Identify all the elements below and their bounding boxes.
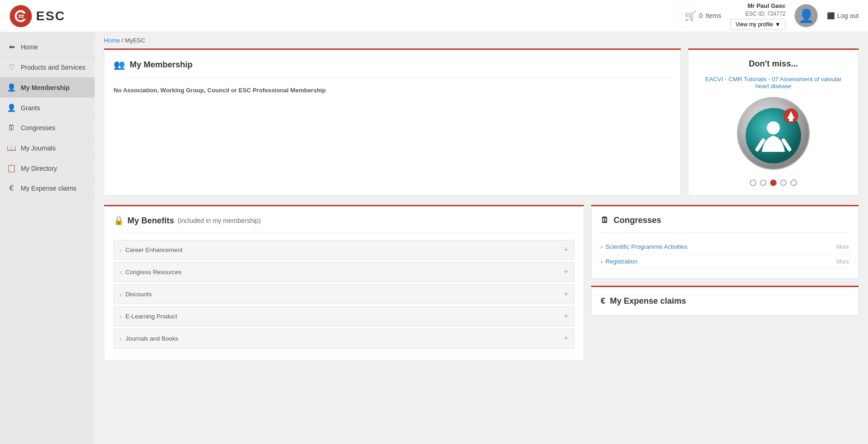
congress-chevron-icon: ›	[601, 243, 603, 250]
sidebar-item-grants[interactable]: 👤 Grants	[0, 98, 95, 118]
grants-icon: 👤	[7, 103, 16, 112]
benefits-title: 🔒 My Benefits (included in my membership…	[114, 216, 574, 233]
carousel-dots	[698, 180, 849, 186]
congress-scientific-more: More	[837, 244, 849, 250]
benefit-congress-plus: +	[563, 267, 568, 277]
sidebar-item-directory[interactable]: 📋 My Directory	[0, 158, 95, 179]
dont-miss-title: Don't miss...	[698, 59, 849, 69]
benefit-discounts-plus: +	[563, 289, 568, 299]
benefits-lock-icon: 🔒	[114, 216, 124, 226]
benefit-journals-label: Journals and Books	[126, 335, 178, 342]
user-info: Mr Paul Gasc ESC ID: 724772 View my prof…	[730, 2, 785, 30]
cart-icon: 🛒	[685, 10, 696, 21]
chevron-right-icon: ›	[120, 246, 122, 254]
products-icon: ♡	[7, 63, 16, 72]
membership-title-icon: 👥	[114, 59, 125, 70]
sidebar-item-congresses-label: Congresses	[21, 124, 55, 132]
breadcrumb: Home / MyESC	[95, 32, 868, 48]
expense-icon: €	[7, 184, 16, 192]
view-profile-label: View my profile	[735, 21, 773, 28]
benefit-career-label: Career Enhancement	[126, 246, 183, 253]
congresses-card: 🗓 Congresses › Scientific Programme Acti…	[591, 205, 859, 279]
logo-area: ESC	[9, 5, 66, 28]
sidebar-item-directory-label: My Directory	[21, 165, 57, 172]
benefit-elearning-label: E-Learning Product	[126, 313, 177, 320]
expense-title: € My Expense claims	[601, 296, 849, 306]
benefits-subtitle: (included in my membership)	[178, 217, 261, 224]
benefit-congress-label: Congress Resources	[126, 269, 181, 276]
carousel-svg	[736, 96, 810, 170]
congress-scientific-label: Scientific Programme Activities	[605, 243, 687, 250]
sidebar-item-membership-label: My Membership	[21, 84, 70, 91]
benefit-row-discounts[interactable]: › Discounts +	[114, 284, 574, 304]
esc-logo-icon	[9, 5, 32, 28]
chevron-right-icon-3: ›	[120, 291, 122, 298]
benefits-card: 🔒 My Benefits (included in my membership…	[104, 205, 584, 360]
membership-card-title: 👥 My Membership	[114, 59, 671, 78]
breadcrumb-current: MyESC	[125, 37, 145, 44]
chevron-right-icon-2: ›	[120, 269, 122, 276]
sidebar-item-membership[interactable]: 👤 My Membership	[0, 78, 95, 98]
header-right: 🛒 0 Items Mr Paul Gasc ESC ID: 724772 Vi…	[685, 2, 859, 30]
view-profile-button[interactable]: View my profile ▼	[730, 19, 785, 30]
svg-point-0	[10, 5, 32, 27]
dont-miss-card: Don't miss... EACVI - CMR Tutorials - 07…	[688, 48, 859, 196]
congress-row-registration: › Registration More	[601, 254, 849, 269]
sidebar: ⬅ Home ♡ Products and Services 👤 My Memb…	[0, 32, 95, 444]
logout-button[interactable]: ⬛ Log out	[827, 12, 859, 19]
page-layout: ⬅ Home ♡ Products and Services 👤 My Memb…	[0, 32, 868, 444]
cart-area[interactable]: 🛒 0 Items	[685, 10, 721, 21]
benefit-row-elearning[interactable]: › E-Learning Product +	[114, 306, 574, 326]
header: ESC 🛒 0 Items Mr Paul Gasc ESC ID: 72477…	[0, 0, 868, 32]
congress-scientific-link[interactable]: › Scientific Programme Activities	[601, 243, 687, 250]
membership-title-text: My Membership	[130, 60, 193, 70]
avatar: 👤	[795, 4, 818, 27]
carousel-dot-3[interactable]	[770, 180, 777, 186]
dont-miss-link[interactable]: EACVI - CMR Tutorials - 07 Assessment of…	[698, 76, 849, 90]
congresses-icon: 🗓	[7, 124, 16, 132]
right-cards: 🗓 Congresses › Scientific Programme Acti…	[591, 205, 859, 360]
user-name: Mr Paul Gasc	[730, 2, 785, 10]
sidebar-item-journals-label: My Journals	[21, 144, 55, 152]
cart-count: 0	[699, 12, 703, 19]
sidebar-item-expense-label: My Expense claims	[21, 185, 77, 192]
home-icon: ⬅	[7, 42, 16, 51]
benefit-row-congress[interactable]: › Congress Resources +	[114, 262, 574, 282]
benefit-career-plus: +	[563, 245, 568, 255]
expense-euro-icon: €	[601, 296, 605, 306]
svg-point-3	[767, 121, 780, 134]
congress-row-scientific: › Scientific Programme Activities More	[601, 240, 849, 254]
carousel-dot-4[interactable]	[780, 180, 787, 186]
sidebar-item-expense[interactable]: € My Expense claims	[0, 179, 95, 198]
congress-registration-link[interactable]: › Registration	[601, 258, 638, 265]
bottom-section: 🔒 My Benefits (included in my membership…	[95, 205, 868, 370]
congress-registration-label: Registration	[605, 258, 637, 265]
sidebar-item-journals[interactable]: 📖 My Journals	[0, 138, 95, 158]
logout-label: Log out	[837, 12, 859, 19]
benefit-discounts-label: Discounts	[126, 291, 152, 298]
avatar-icon: 👤	[798, 8, 814, 24]
congresses-card-title: 🗓 Congresses	[601, 216, 849, 233]
chevron-right-icon-5: ›	[120, 335, 122, 342]
sidebar-item-products[interactable]: ♡ Products and Services	[0, 57, 95, 78]
sidebar-item-products-label: Products and Services	[21, 64, 85, 71]
benefits-title-text: My Benefits	[127, 216, 174, 226]
carousel-dot-1[interactable]	[750, 180, 756, 186]
carousel-dot-5[interactable]	[790, 180, 797, 186]
sidebar-item-home[interactable]: ⬅ Home	[0, 37, 95, 57]
directory-icon: 📋	[7, 164, 16, 173]
sidebar-item-congresses[interactable]: 🗓 Congresses	[0, 118, 95, 138]
breadcrumb-home[interactable]: Home	[104, 37, 120, 44]
top-section: 👥 My Membership No Association, Working …	[95, 48, 868, 205]
carousel-image	[736, 96, 810, 170]
congresses-calendar-icon: 🗓	[601, 216, 609, 225]
chevron-down-icon: ▼	[775, 21, 780, 28]
expense-title-text: My Expense claims	[610, 296, 686, 306]
carousel-dot-2[interactable]	[760, 180, 766, 186]
congress-registration-more: More	[837, 258, 849, 265]
journals-icon: 📖	[7, 144, 16, 152]
chevron-right-icon-4: ›	[120, 313, 122, 320]
benefit-row-career[interactable]: › Career Enhancement +	[114, 240, 574, 260]
benefit-row-journals[interactable]: › Journals and Books +	[114, 329, 574, 348]
logout-icon: ⬛	[827, 12, 835, 19]
